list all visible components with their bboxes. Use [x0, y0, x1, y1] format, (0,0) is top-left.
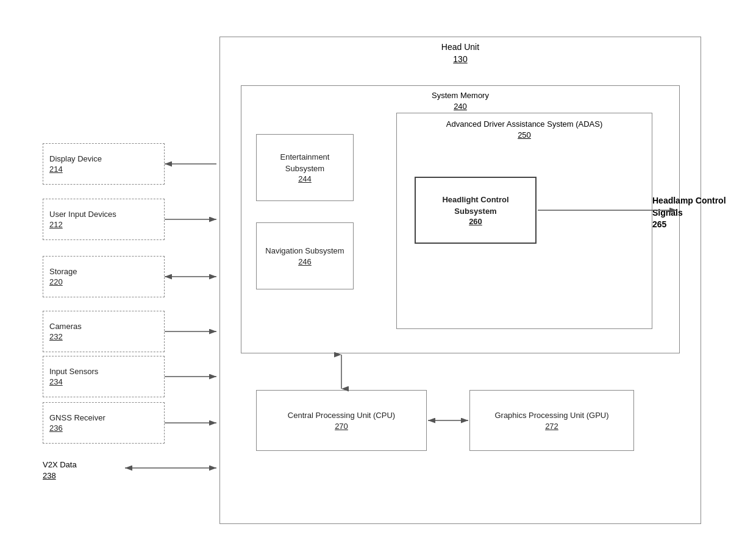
system-memory-num: 240 [241, 101, 680, 112]
gnss-box: GNSS Receiver 236 [43, 402, 165, 444]
headlamp-signals-title: Headlamp Control Signals [652, 195, 732, 219]
head-unit-title: Head Unit [219, 41, 701, 54]
headlight-title: Headlight Control Subsystem [422, 194, 529, 216]
cpu-title: Central Processing Unit (CPU) [288, 410, 395, 421]
v2x-label: V2X Data 238 [43, 459, 122, 481]
v2x-num: 238 [43, 470, 122, 481]
cameras-title: Cameras [49, 322, 82, 332]
system-memory-title: System Memory [241, 90, 680, 101]
adas-title: Advanced Driver Assistance System (ADAS) [396, 119, 652, 130]
gpu-num: 272 [545, 422, 558, 431]
adas-label: Advanced Driver Assistance System (ADAS)… [396, 119, 652, 141]
v2x-title: V2X Data [43, 459, 122, 470]
display-device-box: Display Device 214 [43, 143, 165, 185]
cpu-box: Central Processing Unit (CPU) 270 [256, 390, 427, 451]
input-sensors-title: Input Sensors [49, 367, 98, 377]
gnss-num: 236 [49, 423, 63, 433]
diagram-area: Head Unit 130 System Memory 240 Entertai… [12, 12, 744, 523]
headlight-control-box: Headlight Control Subsystem 260 [415, 177, 537, 244]
user-input-title: User Input Devices [49, 210, 116, 220]
navigation-box: Navigation Subsystem 246 [256, 222, 354, 289]
gpu-box: Graphics Processing Unit (GPU) 272 [469, 390, 634, 451]
navigation-num: 246 [298, 257, 312, 266]
storage-box: Storage 220 [43, 256, 165, 297]
gnss-title: GNSS Receiver [49, 413, 105, 423]
headlamp-signals-label: Headlamp Control Signals 265 [652, 195, 732, 231]
cameras-box: Cameras 232 [43, 311, 165, 352]
input-sensors-num: 234 [49, 377, 63, 386]
navigation-title: Navigation Subsystem [265, 246, 344, 257]
display-device-title: Display Device [49, 154, 102, 165]
input-sensors-box: Input Sensors 234 [43, 356, 165, 397]
head-unit-label: Head Unit 130 [219, 41, 701, 65]
user-input-num: 212 [49, 220, 63, 229]
entertainment-num: 244 [298, 174, 312, 183]
user-input-box: User Input Devices 212 [43, 199, 165, 240]
head-unit-num: 130 [219, 54, 701, 66]
entertainment-title: Entertainment Subsystem [263, 152, 347, 174]
adas-num: 250 [396, 130, 652, 141]
cameras-num: 232 [49, 332, 63, 341]
system-memory-label: System Memory 240 [241, 90, 680, 112]
headlight-num: 260 [469, 217, 482, 226]
entertainment-box: Entertainment Subsystem 244 [256, 134, 354, 201]
gpu-title: Graphics Processing Unit (GPU) [494, 410, 608, 421]
storage-num: 220 [49, 277, 63, 286]
cpu-num: 270 [335, 422, 348, 431]
headlamp-signals-num: 265 [652, 219, 732, 231]
storage-title: Storage [49, 267, 77, 277]
display-device-num: 214 [49, 165, 63, 174]
